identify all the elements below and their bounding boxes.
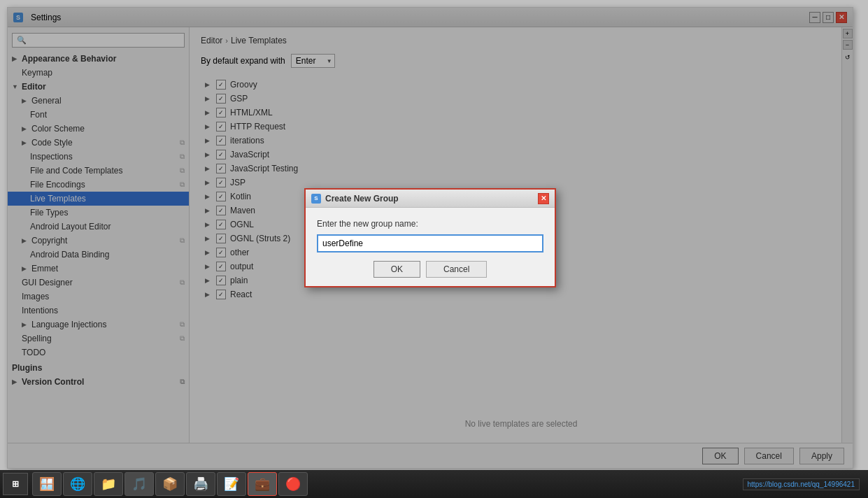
taskbar-app-5[interactable]: 📦 [155,472,185,496]
dialog-group-name-input[interactable] [317,234,543,252]
dialog-buttons: OK Cancel [317,261,543,278]
url-display: https://blog.csdn.net/qq_14996421 [743,478,860,490]
dialog-close-button[interactable]: ✕ [538,193,549,204]
taskbar-app-2[interactable]: 🌐 [63,472,92,496]
dialog-title: S Create New Group [311,194,399,204]
taskbar-app-9[interactable]: 🔴 [278,472,308,496]
taskbar-app-6[interactable]: 🖨️ [186,472,215,496]
dialog-cancel-button[interactable]: Cancel [426,261,487,278]
taskbar-app-8[interactable]: 💼 [248,472,277,496]
dialog-ok-button[interactable]: OK [373,261,420,278]
taskbar-app-1[interactable]: 🪟 [32,472,62,496]
dialog-instruction-label: Enter the new group name: [317,219,543,229]
taskbar-app-3[interactable]: 📁 [94,472,123,496]
dialog-title-bar: S Create New Group ✕ [306,190,555,208]
dialog-title-label: Create New Group [325,194,399,204]
modal-overlay: S Create New Group ✕ Enter the new group… [8,8,853,468]
taskbar: ⊞ 🪟 🌐 📁 🎵 📦 🖨️ 📝 💼 🔴 https://blog.csdn.n… [0,470,868,498]
taskbar-app-4[interactable]: 🎵 [124,472,154,496]
dialog-body: Enter the new group name: OK Cancel [306,208,555,286]
start-button[interactable]: ⊞ [3,473,28,495]
taskbar-app-7[interactable]: 📝 [217,472,246,496]
taskbar-right-area: https://blog.csdn.net/qq_14996421 [743,478,865,490]
dialog-app-icon: S [311,194,321,204]
create-new-group-dialog: S Create New Group ✕ Enter the new group… [304,188,556,287]
